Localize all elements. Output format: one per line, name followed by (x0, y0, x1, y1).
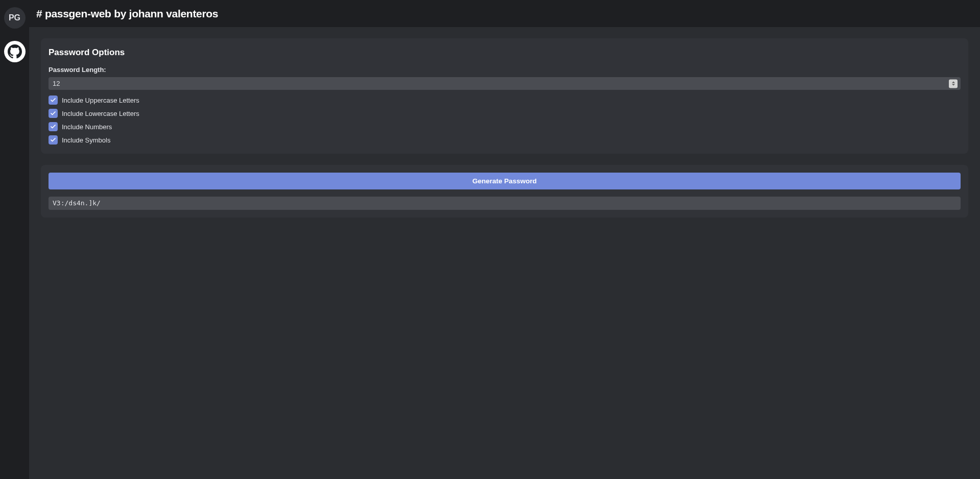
password-length-input[interactable] (49, 77, 961, 90)
uppercase-checkbox[interactable] (49, 95, 58, 105)
lowercase-checkbox[interactable] (49, 109, 58, 118)
github-link-icon[interactable] (4, 41, 26, 62)
check-icon (50, 137, 56, 143)
header: # passgen-web by johann valenteros (29, 0, 980, 27)
symbols-label[interactable]: Include Symbols (62, 136, 110, 144)
spinner-buttons (949, 79, 958, 88)
password-output[interactable]: V3:/ds4n.]k/ (49, 197, 961, 210)
numbers-checkbox[interactable] (49, 122, 58, 131)
password-options-card: Password Options Password Length: Includ… (41, 38, 968, 154)
sidebar: PG (0, 0, 29, 479)
symbols-checkbox[interactable] (49, 135, 58, 145)
pg-home-icon[interactable]: PG (4, 7, 26, 29)
checkbox-row-numbers: Include Numbers (49, 122, 961, 131)
page-title: # passgen-web by johann valenteros (36, 8, 218, 20)
checkbox-row-uppercase: Include Uppercase Letters (49, 95, 961, 105)
checkbox-row-symbols: Include Symbols (49, 135, 961, 145)
check-icon (50, 97, 56, 103)
length-label: Password Length: (49, 66, 961, 74)
pg-icon-label: PG (9, 13, 20, 22)
generate-card: Generate Password V3:/ds4n.]k/ (41, 165, 968, 218)
content-area: Password Options Password Length: Includ… (29, 27, 980, 479)
main-content: # passgen-web by johann valenteros Passw… (29, 0, 980, 479)
github-icon (8, 44, 22, 59)
check-icon (50, 110, 56, 116)
options-card-title: Password Options (49, 47, 961, 58)
numbers-label[interactable]: Include Numbers (62, 123, 112, 131)
lowercase-label[interactable]: Include Lowercase Letters (62, 110, 139, 117)
length-input-wrapper (49, 77, 961, 90)
generate-button[interactable]: Generate Password (49, 173, 961, 189)
check-icon (50, 124, 56, 130)
spinner-down-icon[interactable] (952, 84, 955, 86)
uppercase-label[interactable]: Include Uppercase Letters (62, 97, 139, 104)
checkbox-row-lowercase: Include Lowercase Letters (49, 109, 961, 118)
spinner-up-icon[interactable] (952, 82, 955, 83)
